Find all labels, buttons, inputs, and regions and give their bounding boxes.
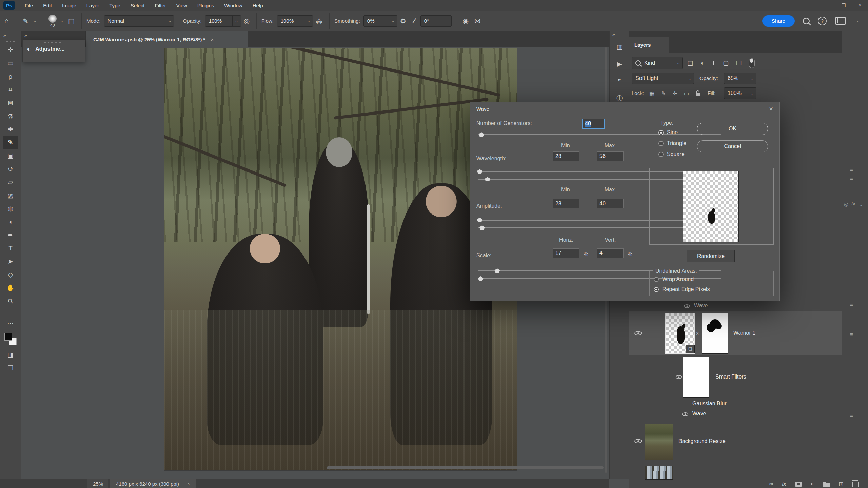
cancel-button[interactable]: Cancel bbox=[697, 140, 768, 152]
help-icon[interactable]: ? bbox=[818, 17, 827, 25]
lock-position-icon[interactable]: ✛ bbox=[673, 90, 677, 97]
comments-icon[interactable]: ❞ bbox=[618, 77, 621, 85]
panel-grip-icon[interactable]: ≡ bbox=[850, 293, 853, 299]
filter-pixel-layers-icon[interactable]: ▤ bbox=[687, 59, 693, 67]
menu-filter[interactable]: Filter bbox=[150, 3, 171, 8]
document-info[interactable]: 4160 px x 6240 px (300 ppi) › bbox=[110, 479, 196, 488]
scale-horiz-input[interactable]: 17 bbox=[553, 248, 579, 258]
wavelength-max-input[interactable]: 56 bbox=[597, 151, 624, 161]
filter-smart-objects-icon[interactable]: ❏ bbox=[736, 59, 742, 67]
panel-grip-icon[interactable]: ≡ bbox=[850, 176, 853, 181]
link-layers-icon[interactable]: ∞ bbox=[769, 481, 773, 487]
smart-filter-row-wave-2[interactable]: Wave bbox=[629, 409, 842, 420]
menu-edit[interactable]: Edit bbox=[38, 3, 57, 8]
smart-filters-row[interactable]: Smart Filters bbox=[629, 355, 842, 399]
share-button[interactable]: Share bbox=[762, 15, 795, 27]
layer-style-fx-icon[interactable]: fx bbox=[851, 201, 855, 206]
type-option-sine[interactable]: Sine bbox=[658, 129, 678, 136]
dock-expand-icon[interactable]: » bbox=[24, 33, 27, 38]
amplitude-max-input[interactable]: 40 bbox=[597, 199, 624, 208]
search-icon[interactable] bbox=[803, 18, 810, 24]
panel-grip-icon[interactable]: ≡ bbox=[850, 331, 853, 337]
layer-fill-dropdown[interactable]: 100% ⌄ bbox=[724, 87, 756, 99]
frame-tool[interactable]: ⊠ bbox=[3, 96, 18, 109]
pen-tool[interactable]: ✒ bbox=[3, 228, 18, 242]
path-selection-tool[interactable]: ➤ bbox=[3, 255, 18, 268]
generators-input[interactable]: 40 bbox=[582, 119, 605, 128]
eyedropper-tool[interactable]: ⚗ bbox=[3, 109, 18, 123]
opacity-dropdown[interactable]: 100% ⌄ bbox=[205, 15, 241, 27]
horizontal-scrollbar[interactable] bbox=[21, 466, 609, 470]
add-layer-mask-icon[interactable] bbox=[795, 482, 802, 487]
hand-tool[interactable]: ✋ bbox=[3, 281, 18, 294]
brush-tool[interactable]: ✎ bbox=[3, 136, 18, 149]
layer-style-target-icon[interactable]: ◎ bbox=[844, 201, 848, 207]
minimize-button[interactable]: — bbox=[819, 0, 835, 11]
wavelength-min-input[interactable]: 28 bbox=[553, 151, 579, 161]
eraser-tool[interactable]: ▱ bbox=[3, 176, 18, 189]
layer-mask-thumbnail[interactable] bbox=[702, 313, 728, 354]
move-tool[interactable]: ✛ bbox=[3, 43, 18, 57]
blend-mode-dropdown[interactable]: Normal ⌄ bbox=[104, 15, 174, 27]
clone-stamp-tool[interactable]: ▣ bbox=[3, 149, 18, 162]
visibility-eye-icon[interactable] bbox=[676, 375, 682, 379]
layer-thumbnail[interactable] bbox=[645, 466, 673, 480]
layer-filter-toggle[interactable] bbox=[749, 58, 755, 68]
filter-adjustment-layers-icon[interactable]: ◐ bbox=[701, 60, 704, 67]
lasso-tool[interactable]: ρ bbox=[3, 70, 18, 83]
layer-opacity-dropdown[interactable]: 65% ⌄ bbox=[724, 73, 756, 84]
chevron-down-icon[interactable]: ⌄ bbox=[860, 203, 863, 207]
type-option-square[interactable]: Square bbox=[658, 151, 685, 157]
undefined-option-repeat-edge-pixels[interactable]: Repeat Edge Pixels bbox=[654, 286, 710, 292]
screen-mode-icon[interactable]: ❏ bbox=[3, 361, 18, 374]
brush-preset-icon[interactable]: ✎ bbox=[20, 17, 31, 25]
menu-file[interactable]: File bbox=[20, 3, 38, 8]
visibility-eye-icon[interactable] bbox=[684, 304, 690, 308]
layer-row-warrior-1[interactable]: ❏ ∞ Warrior 1 bbox=[629, 311, 842, 355]
layer-row-partial[interactable] bbox=[629, 464, 842, 480]
layer-name[interactable]: Warrior 1 bbox=[733, 330, 755, 336]
info-icon[interactable]: ⓘ bbox=[616, 94, 623, 102]
layer-thumbnail[interactable] bbox=[645, 424, 673, 460]
foreground-color-swatch[interactable] bbox=[4, 333, 12, 341]
type-option-triangle[interactable]: Triangle bbox=[658, 140, 686, 146]
mask-link-icon[interactable]: ∞ bbox=[695, 332, 701, 336]
document-tab[interactable]: CJM Warriors.psb @ 25% (Warrior 1, RGB/8… bbox=[86, 31, 248, 47]
filter-mask-thumbnail[interactable] bbox=[683, 357, 709, 398]
menu-view[interactable]: View bbox=[171, 3, 192, 8]
menu-select[interactable]: Select bbox=[125, 3, 150, 8]
dock-expand-icon[interactable]: » bbox=[610, 30, 618, 38]
rectangular-marquee-tool[interactable]: ▭ bbox=[3, 57, 18, 70]
crop-tool[interactable]: ⌗ bbox=[3, 83, 18, 96]
visibility-eye-icon[interactable] bbox=[634, 331, 642, 336]
new-group-icon[interactable] bbox=[823, 483, 830, 487]
horizontal-scrollbar-thumb[interactable] bbox=[327, 466, 604, 469]
dodge-tool[interactable]: ◖ bbox=[3, 215, 18, 228]
layer-name[interactable]: Background Resize bbox=[678, 438, 726, 444]
brush-settings-panel-icon[interactable]: ▤ bbox=[65, 17, 77, 25]
layer-styles-fx-icon[interactable]: fx bbox=[782, 481, 786, 487]
airbrush-icon[interactable]: ⁂ bbox=[313, 17, 325, 25]
restore-button[interactable]: ❐ bbox=[835, 0, 852, 11]
panel-grip-icon[interactable]: ≡ bbox=[850, 413, 853, 419]
smart-filter-row-gaussian-blur[interactable]: Gaussian Blur bbox=[629, 399, 842, 409]
filter-shape-layers-icon[interactable]: ▢ bbox=[723, 59, 729, 67]
tab-layers[interactable]: Layers bbox=[629, 37, 669, 53]
chevron-down-icon[interactable]: ⌄ bbox=[854, 19, 862, 23]
close-button[interactable]: × bbox=[852, 0, 868, 11]
brush-size-picker[interactable]: 40 bbox=[47, 15, 58, 27]
visibility-eye-icon[interactable] bbox=[634, 439, 642, 443]
chevron-down-icon[interactable]: ⌄ bbox=[58, 19, 65, 23]
gradient-tool[interactable]: ▨ bbox=[3, 189, 18, 202]
menu-help[interactable]: Help bbox=[248, 3, 268, 8]
pressure-opacity-icon[interactable]: ◎ bbox=[241, 17, 252, 25]
filter-type-layers-icon[interactable]: T bbox=[712, 60, 715, 67]
tab-close-icon[interactable]: × bbox=[211, 37, 214, 42]
new-layer-icon[interactable]: ⊞ bbox=[839, 480, 844, 488]
actions-icon[interactable]: ▶ bbox=[617, 60, 622, 68]
zoom-tool[interactable]: ⚲ bbox=[3, 294, 18, 308]
layer-row-background-resize[interactable]: Background Resize bbox=[629, 421, 842, 462]
type-tool[interactable]: T bbox=[3, 242, 18, 255]
shape-tool[interactable]: ◇ bbox=[3, 268, 18, 281]
pressure-size-icon[interactable]: ◉ bbox=[460, 17, 471, 25]
